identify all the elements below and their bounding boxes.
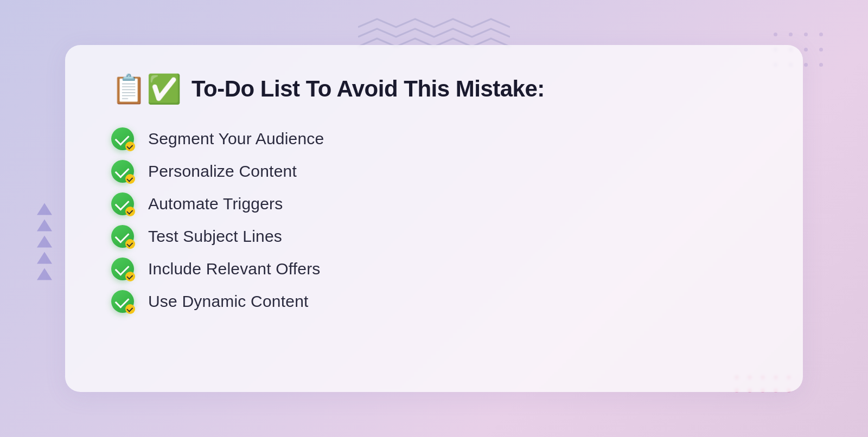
dot-tr: [819, 48, 823, 52]
item-label-2: Personalize Content: [148, 162, 297, 181]
triangle-1: [37, 203, 52, 215]
dot-tr: [789, 33, 793, 36]
list-item: Test Subject Lines: [111, 225, 762, 248]
check-icon-3: [111, 192, 134, 215]
triangle-decorations: [37, 203, 52, 280]
item-label-1: Segment Your Audience: [148, 130, 324, 148]
inner-check-badge: [125, 174, 135, 184]
card-title: To-Do List To Avoid This Mistake:: [192, 76, 545, 102]
dot-tr: [819, 33, 823, 36]
inner-check-badge: [125, 207, 135, 216]
dot-tr: [819, 63, 823, 67]
dot-tr: [774, 33, 777, 36]
item-label-5: Include Relevant Offers: [148, 260, 321, 278]
check-icon-2: [111, 160, 134, 183]
list-item: Personalize Content: [111, 160, 762, 183]
triangle-2: [37, 220, 52, 232]
inner-check-badge: [125, 142, 135, 151]
check-icon-4: [111, 225, 134, 248]
inner-check-badge: [125, 272, 135, 281]
list-item: Include Relevant Offers: [111, 258, 762, 280]
inner-check-badge: [125, 304, 135, 314]
triangle-3: [37, 236, 52, 248]
triangle-5: [37, 268, 52, 280]
list-item: Automate Triggers: [111, 192, 762, 215]
triangle-4: [37, 252, 52, 264]
dot-tr: [804, 63, 808, 67]
item-label-6: Use Dynamic Content: [148, 292, 309, 311]
dot-tr: [804, 48, 808, 52]
dot-tr: [804, 33, 808, 36]
main-card: 📋✅ To-Do List To Avoid This Mistake: Seg…: [65, 45, 803, 392]
todo-list: Segment Your Audience Personalize Conten…: [111, 127, 762, 313]
item-label-4: Test Subject Lines: [148, 227, 282, 246]
list-item: Segment Your Audience: [111, 127, 762, 150]
list-item: Use Dynamic Content: [111, 290, 762, 313]
check-icon-1: [111, 127, 134, 150]
header-icon: 📋✅: [111, 75, 182, 103]
card-header: 📋✅ To-Do List To Avoid This Mistake:: [111, 75, 762, 103]
item-label-3: Automate Triggers: [148, 195, 283, 213]
inner-check-badge: [125, 239, 135, 249]
check-icon-6: [111, 290, 134, 313]
check-icon-5: [111, 258, 134, 280]
